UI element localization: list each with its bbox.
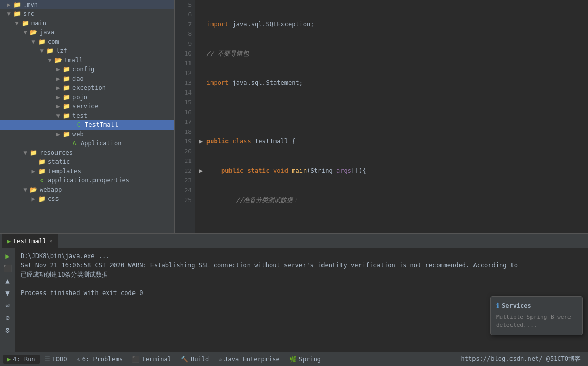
tree-label: config [72,66,94,73]
tree-item-webapp[interactable]: ▼ 📂 webapp [0,185,174,194]
props-icon: ⚙ [37,177,46,184]
warn-line: Sat Nov 21 16:06:58 CST 2020 WARN: Estab… [21,261,583,270]
tree-item-com[interactable]: ▼ 📁 com [0,37,174,46]
tab-label: TODO [52,356,67,363]
scroll-up-button[interactable]: ▲ [2,275,14,286]
folder-icon: 📁 [62,131,71,138]
arrow-icon: ▼ [22,186,29,193]
arrow-icon: ▼ [5,10,12,17]
arrow-icon: ▶ [54,103,62,110]
tree-item-mvn[interactable]: ▶ 📁 .mvn [0,0,174,9]
problems-icon: ⚠ [77,356,80,363]
tree-item-resources[interactable]: ▼ 📁 resources [0,148,174,157]
bottom-tab-todo[interactable]: ☰ TODO [41,355,71,364]
tree-item-exception[interactable]: ▶ 📁 exception [0,83,174,93]
tab-label: 6: Problems [82,356,123,363]
folder-icon: 📁 [62,75,71,82]
expand-icon[interactable]: ▶ [199,137,206,147]
code-content[interactable]: import java.sql.SQLException; // 不要导错包 i… [195,0,588,233]
bottom-tab-spring[interactable]: 🌿 Spring [285,355,325,364]
folder-icon: 📁 [37,195,46,203]
folder-icon: 📁 [62,84,71,92]
arrow-icon: ▼ [30,38,37,45]
tree-label: TestTmall [85,121,118,129]
stop-button[interactable]: ⬛ [2,263,14,274]
spring-icon: 🌿 [289,356,297,363]
bottom-tab-problems[interactable]: ⚠ 6: Problems [72,355,127,364]
code-line-9: ▶public class TestTmall { [199,137,588,147]
code-line-5: import java.sql.SQLException; [199,20,588,29]
tree-item-web[interactable]: ▶ 📁 web [0,130,174,139]
info-icon: ℹ [496,302,499,310]
arrow-icon [30,158,37,166]
tree-item-testtmall[interactable]: C TestTmall [0,120,174,130]
bottom-right-link: https://blog.csdn.net/ @51CTO博客 [457,354,585,364]
arrow-icon: ▶ [54,94,62,101]
tree-label: .mvn [23,1,38,8]
run-tab-testtmall[interactable]: ▶ TestTmall ✕ [2,234,58,248]
filter-button[interactable]: ⊘ [2,312,14,323]
settings-button[interactable]: ⚙ [2,324,14,336]
tab-label: 4: Run [13,356,35,363]
tree-item-java[interactable]: ▼ 📂 java [0,28,174,37]
expand-icon [199,107,206,117]
tree-item-pojo[interactable]: ▶ 📁 pojo [0,93,174,102]
expand-icon [199,78,206,88]
tree-label: test [72,112,87,119]
expand-icon [199,225,206,233]
tree-label: src [23,10,34,17]
tree-item-appprops[interactable]: ⚙ application.properties [0,176,174,185]
tree-item-config[interactable]: ▶ 📁 config [0,65,174,74]
arrow-icon: ▼ [13,20,21,27]
tree-item-css[interactable]: ▶ 📁 css [0,194,174,204]
bottom-tab-terminal[interactable]: ⬛ Terminal [128,355,176,364]
run-tab-label: TestTmall [13,237,46,245]
tree-item-tmall[interactable]: ▼ 📂 tmall [0,56,174,65]
tree-label: Application [81,140,121,147]
bottom-bar: ▶ 4: Run ☰ TODO ⚠ 6: Problems ⬛ Terminal… [0,352,588,366]
tree-item-service[interactable]: ▶ 📁 service [0,102,174,111]
arrow-icon: ▼ [38,47,45,54]
tree-item-application[interactable]: A Application [0,139,174,148]
run-icon: ▶ [7,237,11,245]
spring-icon: A [70,140,79,147]
arrow-icon [63,140,70,147]
build-icon: 🔨 [181,356,188,363]
code-line-6: // 不要导错包 [199,49,588,59]
scroll-down-button[interactable]: ▼ [2,287,14,299]
arrow-icon [30,177,37,184]
tab-label: Spring [299,356,321,363]
java-file-icon: C [74,121,83,129]
tree-item-dao[interactable]: ▶ 📁 dao [0,74,174,83]
services-popup[interactable]: ℹ Services Multiple Spring B were detect… [490,296,583,335]
line-numbers: 5 6 7 8 9 10 11 12 13 14 15 16 17 18 19 … [175,0,195,233]
folder-icon: 📁 [21,20,30,27]
tree-label: dao [72,75,84,82]
tree-item-templates[interactable]: ▶ 📁 templates [0,167,174,176]
expand-icon[interactable]: ▶ [199,166,206,176]
arrow-icon: ▶ [30,168,37,175]
bottom-tab-run[interactable]: ▶ 4: Run [3,355,40,364]
bottom-tab-java-enterprise[interactable]: ☕ Java Enterprise [214,355,284,364]
right-text: https://blog.csdn.net/ @51CTO博客 [461,355,581,363]
arrow-icon: ▼ [22,29,29,36]
tree-label: java [40,29,54,36]
arrow-icon: ▶ [5,1,12,8]
arrow-icon: ▼ [54,112,62,119]
close-icon[interactable]: ✕ [49,238,52,244]
tab-label: Java Enterprise [224,356,279,363]
tree-item-src[interactable]: ▼ 📁 src [0,9,174,19]
tree-item-test[interactable]: ▼ 📁 test [0,111,174,120]
run-icon: ▶ [7,356,11,363]
run-button[interactable]: ▶ [2,250,14,262]
tree-item-lzf[interactable]: ▼ 📁 lzf [0,46,174,56]
folder-icon: 📁 [12,1,22,8]
tree-item-main[interactable]: ▼ 📁 main [0,19,174,28]
folder-blue-icon: 📂 [53,57,63,64]
bottom-tab-build[interactable]: 🔨 Build [177,355,213,364]
tree-label: com [48,38,59,45]
expand-icon [199,195,206,205]
tree-item-static[interactable]: 📁 static [0,157,174,167]
wrap-button[interactable]: ⏎ [2,300,14,311]
arrow-icon: ▶ [54,75,62,82]
